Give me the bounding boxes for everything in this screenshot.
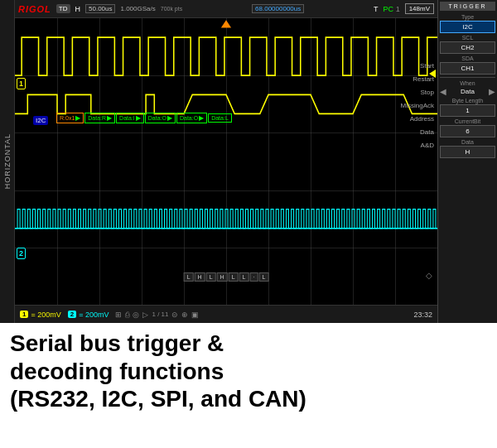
byte-length-row: Byte Length 1 <box>440 98 495 117</box>
horizontal-label: HORIZONTAL <box>0 0 15 323</box>
time-display: 23:32 <box>413 311 432 319</box>
caption-line2: decoding functions <box>10 358 487 386</box>
data-row: Data H <box>440 139 495 158</box>
when-right-arrow[interactable]: ▶ <box>489 87 495 96</box>
byte-length-value[interactable]: 1 <box>440 104 495 117</box>
mode-display: H 50.00us <box>75 4 116 13</box>
print-icon: ⎙ <box>125 311 129 319</box>
scl-value[interactable]: CH2 <box>440 41 495 54</box>
when-label: When <box>440 80 495 86</box>
event-missingack: MissingAck <box>401 99 434 113</box>
ch1-number: 1 <box>20 311 28 318</box>
scl-label: SCL <box>440 35 495 41</box>
decode-box-3: Data:O ▶ <box>145 113 176 123</box>
decode-box-5: Data:L <box>208 113 232 123</box>
grid-icon: ⊞ <box>115 311 122 319</box>
trigger-type-row: Type I2C <box>440 14 495 33</box>
bottom-icons: ⊞ ⎙ ◎ ▷ 1 / 11 ⊝ ⊕ ▣ <box>115 311 199 319</box>
event-start: Start <box>401 60 434 73</box>
panel-divider-1 <box>440 77 495 78</box>
circle-icon: ◎ <box>133 311 139 319</box>
decode-label-1: Data:R <box>88 115 106 121</box>
waveform-svg <box>15 18 437 305</box>
decode-box-1: Data:R ▶ <box>84 113 115 123</box>
db-box-7: L <box>258 272 268 282</box>
bottom-decode-bar: L H L H L L · L <box>184 272 269 282</box>
decode-label-2: Data:I <box>119 115 135 121</box>
save-icon: ▣ <box>191 311 199 319</box>
decode-box-4: Data:O ▶ <box>176 113 207 123</box>
sda-row: SDA CH1 <box>440 55 495 75</box>
caption-block: Serial bus trigger & decoding functions … <box>0 323 497 417</box>
event-address: Address <box>401 113 434 126</box>
trigger-t: T <box>374 5 379 13</box>
decode-arrow-0: ▶ <box>75 114 80 122</box>
db-box-5: L <box>239 272 249 282</box>
pc-badge: PC 1 <box>384 5 400 13</box>
decode-label-0: R:0x1 <box>60 115 75 121</box>
current-bit-value[interactable]: 6 <box>440 125 495 137</box>
trigger-type-label: Type <box>440 14 495 20</box>
voltage-badge: 148mV <box>405 3 434 14</box>
event-stop: Stop <box>401 86 434 99</box>
db-box-3: H <box>217 272 228 282</box>
decode-box-2: Data:I ▶ <box>116 113 144 123</box>
ch2-info: 2 = 200mV <box>68 311 109 319</box>
sda-value[interactable]: CH1 <box>440 62 495 75</box>
db-box-2: L <box>206 272 216 282</box>
marker-diamond: ◇ <box>426 271 432 280</box>
ch2-voltage: = 200mV <box>79 311 109 319</box>
ch2-number: 2 <box>68 311 76 318</box>
when-arrow-row: ◀ Data ▶ <box>440 87 495 96</box>
zoom-out-icon: ⊝ <box>171 311 178 319</box>
when-value: Data <box>461 88 475 95</box>
data-label: Data <box>440 139 495 145</box>
current-bit-row: CurrentBit 6 <box>440 118 495 137</box>
scl-row: SCL CH2 <box>440 35 495 54</box>
decode-label-3: Data:O <box>148 115 166 121</box>
db-box-0: L <box>184 272 194 282</box>
db-box-4: L <box>229 272 239 282</box>
event-and: A&D <box>401 139 434 152</box>
event-data: Data <box>401 126 434 139</box>
decode-box-0: R:0x1 ▶ <box>56 113 84 123</box>
event-restart: Restart <box>401 73 434 86</box>
event-list: Start Restart Stop MissingAck Address Da… <box>401 60 434 152</box>
ch1-info: 1 = 200mV <box>20 311 61 319</box>
decode-arrow-2: ▶ <box>136 114 141 122</box>
trigger-panel-header: TRIGGER <box>440 2 495 11</box>
top-status-bar: RIGOL TD H 50.00us 1.000GSa/s 700k pts 6… <box>15 0 437 18</box>
db-box-6: · <box>249 272 258 282</box>
current-bit-label: CurrentBit <box>440 118 495 124</box>
horizontal-text: HORIZONTAL <box>3 133 12 189</box>
caption-line1: Serial bus trigger & <box>10 330 487 358</box>
trigger-panel: TRIGGER Type I2C SCL CH2 SDA CH1 When ◀ … <box>437 0 497 323</box>
ch2-marker: 2 <box>17 248 26 259</box>
when-left-arrow[interactable]: ◀ <box>440 87 446 96</box>
ch1-marker: 1 <box>17 78 26 89</box>
delay-display: 68.00000000us <box>252 4 304 13</box>
page-info: 1 / 11 <box>152 311 168 318</box>
trigger-type-value[interactable]: I2C <box>440 21 495 33</box>
rigol-logo: RIGOL <box>18 4 51 14</box>
ch1-voltage: = 200mV <box>31 311 60 319</box>
oscilloscope-display: HORIZONTAL RIGOL TD H 50.00us 1.000GSa/s… <box>0 0 497 323</box>
decode-label-5: Data:L <box>211 115 229 121</box>
timebase-box: 50.00us <box>85 4 115 13</box>
db-box-1: H <box>195 272 205 282</box>
scope-main-area: RIGOL TD H 50.00us 1.000GSa/s 700k pts 6… <box>15 0 437 323</box>
i2c-protocol-label: I2C <box>33 116 48 125</box>
zoom-in-icon: ⊕ <box>181 311 188 319</box>
byte-length-label: Byte Length <box>440 98 495 104</box>
caption-line3: (RS232, I2C, SPI, and CAN) <box>10 385 487 413</box>
sda-label: SDA <box>440 55 495 61</box>
decode-arrow-3: ▶ <box>167 114 172 122</box>
decode-arrow-1: ▶ <box>107 114 112 122</box>
decode-bar: R:0x1 ▶ Data:R ▶ Data:I ▶ Data:O ▶ Data:… <box>56 113 232 123</box>
data-value[interactable]: H <box>440 146 495 158</box>
decode-arrow-4: ▶ <box>199 114 204 122</box>
sample-info: 1.000GSa/s 700k pts <box>120 5 182 12</box>
waveform-display: 1 2 I2C R:0x1 ▶ Data:R ▶ Data:I ▶ <box>15 18 437 305</box>
play-icon: ▷ <box>142 311 148 319</box>
bottom-status-bar: 1 = 200mV 2 = 200mV ⊞ ⎙ ◎ ▷ 1 / 11 ⊝ ⊕ ▣… <box>15 305 437 323</box>
